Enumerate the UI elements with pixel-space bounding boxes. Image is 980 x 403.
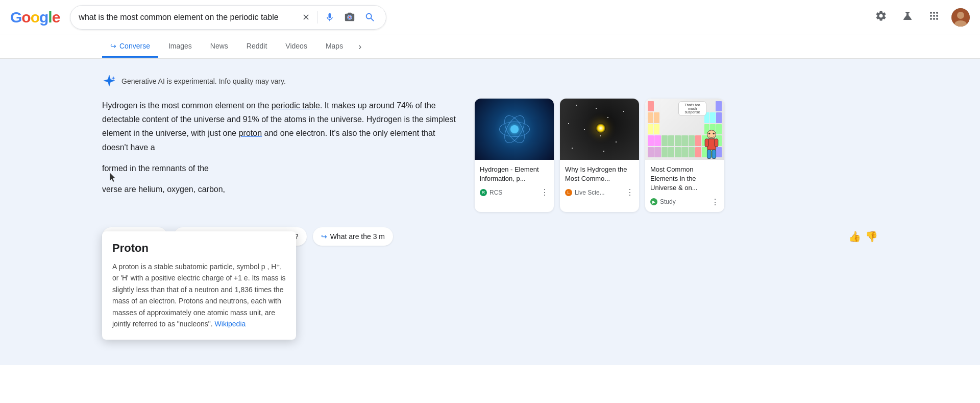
feedback-buttons: 👍 👎 <box>848 230 878 243</box>
cell <box>716 112 722 123</box>
card-title-2: Why Is Hydrogen the Most Commo... <box>565 165 634 183</box>
svg-rect-10 <box>712 150 716 158</box>
star <box>603 151 604 152</box>
cell <box>662 147 668 157</box>
header: Google ✕ <box>0 0 980 35</box>
svg-point-12 <box>713 133 715 134</box>
card-source-left-3: ▶ Study <box>650 198 676 205</box>
search-divider <box>317 11 317 23</box>
card-image-1 <box>475 99 554 160</box>
tab-videos[interactable]: Videos <box>277 36 315 58</box>
cell <box>675 147 681 157</box>
svg-rect-9 <box>707 150 711 158</box>
star <box>600 135 601 136</box>
ai-notice-text: Generative AI is experimental. Info qual… <box>121 77 286 85</box>
tooltip-wikipedia-link[interactable]: Wikipedia <box>215 320 246 328</box>
tab-videos-label: Videos <box>285 42 307 50</box>
atom-visual <box>489 104 540 155</box>
search-icons: ✕ <box>300 10 378 25</box>
cell <box>654 124 659 134</box>
svg-rect-7 <box>705 139 708 147</box>
tab-more-button[interactable]: › <box>353 35 366 58</box>
card-source-left-2: L Live Scie... <box>565 189 605 196</box>
labs-button[interactable] <box>898 7 917 28</box>
image-card-1[interactable]: Hydrogen - Element information, p... R R… <box>475 99 554 212</box>
cell <box>675 135 681 146</box>
galaxy-center <box>596 123 606 133</box>
main-text: Hydrogen is the most common element on t… <box>102 99 459 154</box>
card-info-3: Most Common Elements in the Universe & o… <box>645 160 724 212</box>
star <box>576 105 577 106</box>
cell <box>668 147 674 157</box>
logo-letter-o2: o <box>31 9 39 26</box>
logo-letter-o1: o <box>21 9 30 26</box>
cell-gap <box>660 124 704 134</box>
thumbs-up-button[interactable]: 👍 <box>848 230 861 243</box>
logo-letter-g: G <box>10 9 21 26</box>
svg-point-3 <box>957 12 964 19</box>
source-icon-study: ▶ <box>650 198 657 205</box>
star <box>616 141 617 143</box>
atom-nucleus <box>510 125 519 133</box>
periodic-table-link[interactable]: periodic table <box>272 101 320 110</box>
star <box>623 111 624 112</box>
ai-notice: Generative AI is experimental. Info qual… <box>102 74 878 88</box>
search-submit-button[interactable] <box>362 10 378 25</box>
cell <box>662 135 668 146</box>
cell <box>648 112 653 123</box>
card-more-button-1[interactable]: ⋮ <box>541 187 549 197</box>
thumbs-down-button[interactable]: 👎 <box>865 230 878 243</box>
logo-letter-g2: g <box>39 9 48 26</box>
text-area: Hydrogen is the most common element on t… <box>102 99 459 212</box>
camera-search-button[interactable] <box>342 10 357 25</box>
search-input[interactable] <box>79 13 295 22</box>
card-source-left-1: R RCS <box>480 189 502 196</box>
tab-reddit[interactable]: Reddit <box>238 36 275 58</box>
card-info-2: Why Is Hydrogen the Most Commo... L Live… <box>560 160 639 202</box>
cell <box>654 112 659 123</box>
cell <box>648 135 654 146</box>
chip-more-label: What are the 3 m <box>330 232 385 241</box>
logo-letter-e: e <box>52 9 60 26</box>
galaxy-visual <box>560 99 639 160</box>
source-icon-livesci: L <box>565 189 572 196</box>
svg-rect-8 <box>715 139 718 147</box>
card-title-3: Most Common Elements in the Universe & o… <box>650 165 719 193</box>
avatar[interactable] <box>951 8 970 27</box>
card-source-1: R RCS ⋮ <box>480 187 549 197</box>
tab-maps[interactable]: Maps <box>317 36 351 58</box>
tab-images[interactable]: Images <box>160 36 200 58</box>
apps-button[interactable] <box>925 7 943 28</box>
settings-button[interactable] <box>872 7 890 28</box>
proton-link[interactable]: proton <box>239 129 262 137</box>
tab-converse[interactable]: ↪ Converse <box>102 36 158 58</box>
card-source-2: L Live Scie... ⋮ <box>565 187 634 197</box>
cell <box>695 147 701 157</box>
converse-arrow-icon: ↪ <box>110 42 116 50</box>
tab-converse-label: Converse <box>119 42 150 50</box>
mic-button[interactable] <box>323 10 337 25</box>
card-source-name-1: RCS <box>489 189 502 196</box>
tab-news-label: News <box>210 42 228 50</box>
card-source-name-3: Study <box>660 198 676 205</box>
tab-reddit-label: Reddit <box>247 42 267 50</box>
star <box>568 123 569 124</box>
cell <box>654 147 660 157</box>
ai-sparkle-icon <box>102 74 116 88</box>
star <box>596 108 597 109</box>
cell <box>689 135 695 146</box>
clear-button[interactable]: ✕ <box>300 10 312 25</box>
card-more-button-3[interactable]: ⋮ <box>711 197 719 207</box>
tab-images-label: Images <box>168 42 192 50</box>
cartoon-figure <box>701 129 722 160</box>
tab-news[interactable]: News <box>202 36 236 58</box>
image-card-2[interactable]: Why Is Hydrogen the Most Commo... L Live… <box>560 99 639 212</box>
chip-more[interactable]: ↪ What are the 3 m <box>313 227 393 246</box>
image-card-3[interactable]: That's too much suspense <box>645 99 724 212</box>
tab-maps-label: Maps <box>326 42 343 50</box>
card-info-1: Hydrogen - Element information, p... R R… <box>475 160 554 202</box>
chip-more-arrow-icon: ↪ <box>321 232 327 241</box>
star <box>607 117 608 118</box>
card-more-button-2[interactable]: ⋮ <box>626 187 634 197</box>
cell <box>710 112 716 123</box>
